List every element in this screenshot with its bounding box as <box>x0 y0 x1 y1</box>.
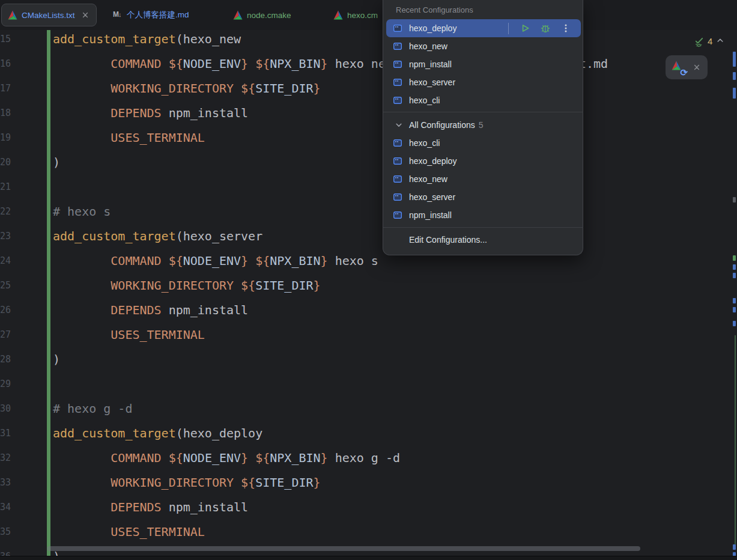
popup-header: Recent Configurations <box>396 5 473 14</box>
separator <box>508 23 509 34</box>
tab-个人博客搭建.md[interactable]: M↓个人博客搭建.md <box>107 4 195 26</box>
window-bottom-edge <box>0 556 737 560</box>
all-configurations-count: 5 <box>479 120 484 130</box>
chevron-up-icon[interactable] <box>715 35 726 46</box>
all-configurations-label: All Configurations <box>409 120 475 130</box>
config-item-label: hexo_cli <box>409 138 440 148</box>
chevron-down-icon <box>394 120 404 130</box>
reload-arrow-icon: ⟳ <box>680 68 688 77</box>
config-item-hexo_server[interactable]: hexo_server <box>386 73 581 91</box>
stripe-mark[interactable] <box>733 321 736 326</box>
tab-node.cmake[interactable]: node.cmake <box>227 4 297 26</box>
code-line-34[interactable]: 34 DEPENDS npm_install <box>0 495 737 520</box>
code-line-31[interactable]: 31add_custom_target(hexo_deploy <box>0 421 737 446</box>
config-item-npm_install[interactable]: npm_install <box>386 55 581 73</box>
line-number: 19 <box>0 126 11 150</box>
code-line-23[interactable]: 23add_custom_target(hexo_server <box>0 224 737 249</box>
config-item-hexo_cli[interactable]: hexo_cli <box>386 91 581 109</box>
config-item-hexo_deploy[interactable]: hexo_deploy <box>386 19 581 37</box>
debug-button[interactable] <box>540 23 551 34</box>
error-stripe[interactable] <box>731 30 737 560</box>
code-text: WORKING_DIRECTORY ${SITE_DIR} <box>53 470 321 495</box>
more-actions-kebab-icon[interactable] <box>560 23 571 34</box>
config-item-hexo_server[interactable]: hexo_server <box>386 188 581 206</box>
divider <box>383 112 583 112</box>
code-line-33[interactable]: 33 WORKING_DIRECTORY ${SITE_DIR} <box>0 470 737 495</box>
code-line-15[interactable]: 15add_custom_target(hexo_new <box>0 27 737 52</box>
config-item-label: hexo_new <box>409 174 447 184</box>
run-configuration-icon <box>393 96 402 105</box>
edit-configurations[interactable]: Edit Configurations... <box>386 231 581 249</box>
code-text: add_custom_target(hexo_new <box>53 27 241 52</box>
code-line-28[interactable]: 28) <box>0 347 737 372</box>
code-line-25[interactable]: 25 WORKING_DIRECTORY ${SITE_DIR} <box>0 273 737 298</box>
run-configuration-icon <box>393 210 402 220</box>
line-number: 33 <box>0 470 11 495</box>
code-text: COMMAND ${NODE_ENV} ${NPX_BIN} hexo s <box>53 249 378 273</box>
run-configuration-icon <box>393 59 402 69</box>
code-line-22[interactable]: 22# hexo s <box>0 199 737 224</box>
code-line-20[interactable]: 20) <box>0 150 737 175</box>
horizontal-scrollbar-thumb[interactable] <box>47 546 640 551</box>
stripe-mark[interactable] <box>733 264 736 270</box>
all-configurations-toggle[interactable]: All Configurations 5 <box>386 116 581 134</box>
line-number: 31 <box>0 421 11 446</box>
code-line-19[interactable]: 19 USES_TERMINAL <box>0 126 737 150</box>
markdown-icon: M↓ <box>113 10 123 20</box>
stripe-mark[interactable] <box>733 72 736 80</box>
code-line-35[interactable]: 35 USES_TERMINAL <box>0 520 737 544</box>
code-text: ) <box>53 150 60 175</box>
cmake-icon <box>333 10 343 20</box>
stripe-mark[interactable] <box>733 88 736 99</box>
config-item-label: hexo_server <box>409 78 455 87</box>
stripe-mark[interactable] <box>733 273 736 278</box>
line-number: 21 <box>0 175 11 199</box>
line-number: 16 <box>0 52 11 76</box>
close-icon[interactable] <box>80 10 90 20</box>
code-text: WORKING_DIRECTORY ${SITE_DIR} <box>53 273 321 298</box>
code-text: DEPENDS npm_install <box>53 101 248 126</box>
code-text: add_custom_target(hexo_server <box>53 224 262 249</box>
stripe-mark[interactable] <box>733 255 736 261</box>
inspections-widget[interactable]: 4 <box>692 34 728 48</box>
code-line-21[interactable]: 21 <box>0 175 737 199</box>
line-number: 30 <box>0 397 11 421</box>
code-line-24[interactable]: 24 COMMAND ${NODE_ENV} ${NPX_BIN} hexo s <box>0 249 737 273</box>
stripe-mark[interactable] <box>733 52 736 67</box>
stripe-change-line <box>735 335 736 544</box>
stripe-mark[interactable] <box>733 544 736 550</box>
code-text: COMMAND ${NODE_ENV} ${NPX_BIN} hexo ne <box>53 52 386 76</box>
config-item-hexo_cli[interactable]: hexo_cli <box>386 134 581 152</box>
divider <box>383 227 583 228</box>
code-line-29[interactable]: 29 <box>0 372 737 397</box>
config-item-hexo_deploy[interactable]: hexo_deploy <box>386 152 581 170</box>
config-item-hexo_new[interactable]: hexo_new <box>386 37 581 55</box>
config-item-hexo_new[interactable]: hexo_new <box>386 170 581 188</box>
code-line-30[interactable]: 30# hexo g -d <box>0 397 737 421</box>
tab-label: node.cmake <box>247 11 291 20</box>
stripe-mark[interactable] <box>733 298 736 303</box>
code-line-16[interactable]: 16 COMMAND ${NODE_ENV} ${NPX_BIN} hexo n… <box>0 52 737 76</box>
line-number: 29 <box>0 372 11 397</box>
cmake-icon <box>233 10 243 20</box>
code-line-27[interactable]: 27 USES_TERMINAL <box>0 323 737 347</box>
code-line-26[interactable]: 26 DEPENDS npm_install <box>0 298 737 323</box>
code-text: USES_TERMINAL <box>53 520 205 544</box>
config-item-npm_install[interactable]: npm_install <box>386 206 581 224</box>
line-number: 32 <box>0 446 11 470</box>
code-line-17[interactable]: 17 WORKING_DIRECTORY ${SITE_DIR} <box>0 76 737 101</box>
stripe-mark[interactable] <box>733 197 736 202</box>
code-text: USES_TERMINAL <box>53 126 205 150</box>
run-button[interactable] <box>520 23 530 34</box>
code-fragment-behind-popup: t.md <box>579 52 608 76</box>
code-editor[interactable]: 15add_custom_target(hexo_new16 COMMAND $… <box>0 30 737 560</box>
tab-hexo.cm[interactable]: hexo.cm <box>327 4 384 26</box>
close-icon[interactable] <box>692 62 702 72</box>
config-item-label: npm_install <box>409 210 452 220</box>
cmake-reload-button[interactable]: ⟳ <box>672 60 686 75</box>
tab-CMakeLists.txt[interactable]: CMakeLists.txt <box>1 4 97 26</box>
run-configurations-popup: Recent Configurations hexo_deployhexo_ne… <box>383 0 583 255</box>
stripe-mark[interactable] <box>733 307 736 312</box>
code-line-18[interactable]: 18 DEPENDS npm_install <box>0 101 737 126</box>
code-line-32[interactable]: 32 COMMAND ${NODE_ENV} ${NPX_BIN} hexo g… <box>0 446 737 470</box>
